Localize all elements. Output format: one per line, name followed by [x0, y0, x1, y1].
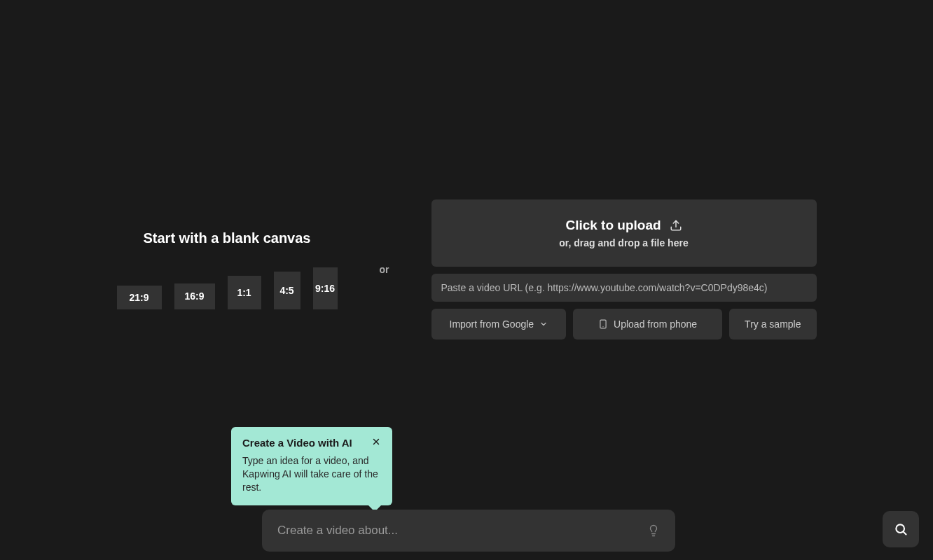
- close-icon: [371, 437, 381, 447]
- try-sample-button[interactable]: Try a sample: [729, 309, 816, 340]
- try-sample-label: Try a sample: [745, 318, 801, 330]
- import-google-button[interactable]: Import from Google: [431, 309, 567, 340]
- aspect-ratio-group: 21:9 16:9 1:1 4:5 9:16: [117, 267, 338, 309]
- aspect-ratio-21-9-button[interactable]: 21:9: [117, 286, 162, 309]
- upload-phone-label: Upload from phone: [614, 318, 697, 330]
- video-url-input[interactable]: [431, 274, 817, 302]
- tooltip-close-button[interactable]: [371, 437, 381, 447]
- phone-icon: [598, 319, 608, 329]
- ai-prompt-bar: [262, 510, 675, 552]
- aspect-ratio-9-16-button[interactable]: 9:16: [313, 267, 338, 309]
- search-icon: [894, 522, 908, 536]
- chevron-down-icon: [539, 320, 548, 328]
- or-divider: or: [380, 264, 389, 275]
- main-content: Start with a blank canvas 21:9 16:9 1:1 …: [0, 200, 933, 340]
- import-google-label: Import from Google: [450, 318, 534, 330]
- upload-icon: [670, 219, 682, 232]
- svg-line-6: [904, 532, 906, 535]
- aspect-ratio-1-1-button[interactable]: 1:1: [228, 276, 261, 309]
- svg-rect-1: [600, 320, 606, 328]
- upload-dropzone[interactable]: Click to upload or, drag and drop a file…: [431, 200, 817, 267]
- tooltip-body: Type an idea for a video, and Kapwing AI…: [242, 454, 381, 494]
- tooltip-title: Create a Video with AI: [242, 437, 352, 449]
- lightbulb-icon[interactable]: [647, 524, 660, 537]
- import-button-row: Import from Google Upload from phone: [431, 309, 817, 340]
- ai-tooltip: Create a Video with AI Type an idea for …: [231, 427, 392, 505]
- aspect-ratio-4-5-button[interactable]: 4:5: [274, 272, 300, 309]
- blank-canvas-panel: Start with a blank canvas 21:9 16:9 1:1 …: [117, 230, 338, 309]
- aspect-ratio-16-9-button[interactable]: 16:9: [174, 284, 215, 309]
- upload-title-row: Click to upload: [565, 218, 682, 233]
- upload-from-phone-button[interactable]: Upload from phone: [573, 309, 722, 340]
- upload-title: Click to upload: [565, 218, 661, 233]
- blank-canvas-title: Start with a blank canvas: [144, 230, 311, 246]
- search-fab-button[interactable]: [883, 511, 919, 547]
- tooltip-header: Create a Video with AI: [242, 437, 381, 449]
- upload-panel: Click to upload or, drag and drop a file…: [431, 200, 817, 340]
- upload-subtitle: or, drag and drop a file here: [559, 237, 688, 248]
- ai-prompt-input[interactable]: [277, 524, 647, 538]
